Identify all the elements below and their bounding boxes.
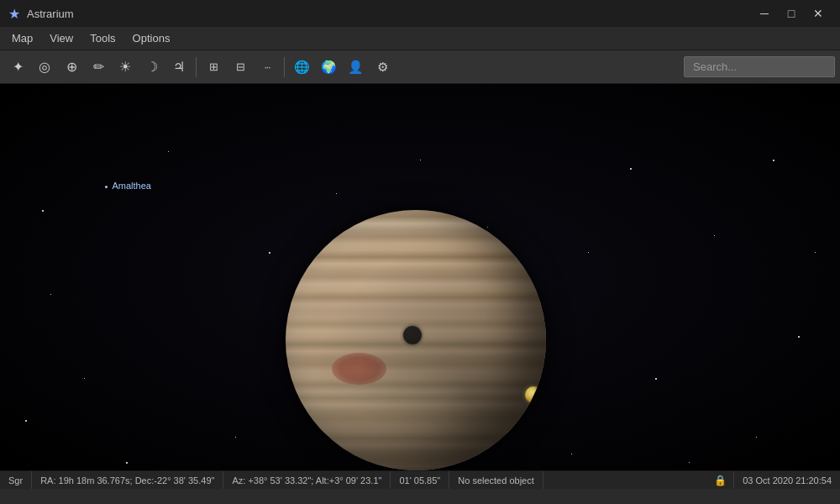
star bbox=[42, 210, 44, 212]
selected-object-segment: No selected object bbox=[449, 471, 543, 489]
star bbox=[571, 454, 572, 454]
draw-button[interactable]: ✏ bbox=[86, 55, 111, 80]
dots-button[interactable]: ··· bbox=[255, 55, 280, 80]
planet-button[interactable]: ♃ bbox=[166, 55, 192, 80]
constellation-segment: Sgr bbox=[0, 471, 32, 489]
star bbox=[269, 252, 270, 254]
globe-button[interactable]: 🌐 bbox=[289, 55, 314, 80]
grid-button[interactable]: ⊞ bbox=[201, 55, 226, 80]
earth-button[interactable]: 🌍 bbox=[316, 55, 341, 80]
observer-button[interactable]: 👤 bbox=[343, 55, 368, 80]
star bbox=[689, 462, 690, 463]
star bbox=[336, 193, 337, 194]
moon-button[interactable]: ☽ bbox=[139, 55, 165, 80]
star bbox=[714, 235, 715, 236]
great-red-spot bbox=[332, 353, 386, 385]
datetime-segment: 03 Oct 2020 21:20:54 bbox=[734, 471, 840, 489]
star bbox=[25, 420, 27, 422]
star bbox=[50, 294, 51, 295]
maximize-button[interactable]: □ bbox=[778, 0, 805, 27]
menu-view[interactable]: View bbox=[41, 29, 81, 48]
sun-button[interactable]: ☀ bbox=[113, 55, 138, 80]
star bbox=[798, 336, 800, 338]
menu-map[interactable]: Map bbox=[3, 29, 41, 48]
sky-chart-button[interactable]: ◎ bbox=[32, 55, 57, 80]
selected-object-label: No selected object bbox=[458, 475, 534, 486]
app-icon: ★ bbox=[8, 6, 20, 22]
toolbar-sep-2 bbox=[284, 57, 285, 77]
ra-dec-label: RA: 19h 18m 36.767s; Dec:-22° 38' 35.49" bbox=[40, 475, 214, 486]
crosshair-button[interactable]: ⊕ bbox=[59, 55, 84, 80]
toolbar: ✦ ◎ ⊕ ✏ ☀ ☽ ♃ ⊞ ⊟ ··· 🌐 🌍 👤 ⚙ bbox=[0, 50, 840, 84]
time-display-segment: 01' 05.85" bbox=[391, 471, 449, 489]
status-bar: Sgr RA: 19h 18m 36.767s; Dec:-22° 38' 35… bbox=[0, 470, 840, 489]
jupiter-planet bbox=[286, 210, 546, 470]
moon-shadow bbox=[403, 326, 422, 344]
amalthea-dot bbox=[105, 186, 108, 188]
sky-view[interactable]: Amalthea Jupiter Thebe bbox=[0, 84, 840, 470]
azimuth-segment: Az: +38° 53' 33.32"; Alt:+3° 09' 23.1" bbox=[223, 471, 391, 489]
star bbox=[235, 437, 236, 438]
star bbox=[126, 462, 128, 464]
star bbox=[756, 437, 757, 438]
star bbox=[588, 252, 589, 253]
star bbox=[815, 252, 816, 253]
toolbar-sep-1 bbox=[196, 57, 197, 77]
menu-bar: Map View Tools Options bbox=[0, 27, 840, 50]
lock-icon-segment: 🔒 bbox=[707, 471, 734, 489]
settings-button[interactable]: ⚙ bbox=[370, 55, 395, 80]
amalthea-label: Amalthea bbox=[105, 181, 151, 191]
menu-tools[interactable]: Tools bbox=[81, 29, 123, 48]
star bbox=[168, 151, 169, 152]
datetime-label: 03 Oct 2020 21:20:54 bbox=[743, 475, 832, 486]
star bbox=[420, 160, 421, 160]
constellation-label: Sgr bbox=[8, 475, 23, 486]
app-title: Astrarium bbox=[27, 8, 74, 20]
coordinates-segment: RA: 19h 18m 36.767s; Dec:-22° 38' 35.49" bbox=[32, 471, 223, 489]
star bbox=[630, 168, 632, 170]
star bbox=[84, 378, 85, 379]
titlebar-left: ★ Astrarium bbox=[8, 6, 74, 22]
pointer-tool-button[interactable]: ✦ bbox=[5, 55, 30, 80]
star bbox=[773, 160, 774, 161]
menu-options[interactable]: Options bbox=[124, 29, 179, 48]
lock-icon: 🔒 bbox=[714, 475, 727, 486]
close-button[interactable]: ✕ bbox=[805, 0, 832, 27]
lines-button[interactable]: ⊟ bbox=[228, 55, 253, 80]
star bbox=[655, 378, 657, 380]
minimize-button[interactable]: ─ bbox=[751, 0, 778, 27]
time-display: 01' 05.85" bbox=[399, 475, 440, 486]
az-alt-label: Az: +38° 53' 33.32"; Alt:+3° 09' 23.1" bbox=[232, 475, 381, 486]
title-bar: ★ Astrarium ─ □ ✕ bbox=[0, 0, 840, 27]
window-controls: ─ □ ✕ bbox=[751, 0, 832, 27]
jupiter-container[interactable] bbox=[286, 210, 546, 470]
io-moon bbox=[525, 386, 542, 403]
search-input[interactable] bbox=[684, 56, 835, 77]
